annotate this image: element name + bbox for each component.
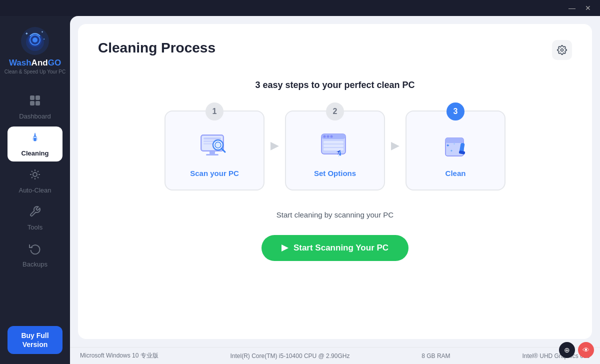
sidebar-item-cleaning[interactable]: Cleaning — [8, 126, 62, 162]
svg-text:✦: ✦ — [446, 143, 450, 148]
status-bar: Microsoft Windows 10 专业版 Intel(R) Core(T… — [70, 347, 600, 364]
step-arrow-1: ▶ — [270, 139, 279, 152]
svg-point-23 — [215, 142, 221, 148]
sidebar-item-backups-label: Backups — [22, 260, 48, 268]
svg-text:✦: ✦ — [25, 32, 28, 36]
backups-icon — [29, 242, 41, 258]
cleaning-icon — [29, 132, 41, 146]
nav-items: Dashboard Cleaning Auto-Cl — [0, 90, 70, 326]
step-2-number: 2 — [326, 102, 344, 120]
bottom-overlay-icons: ⊕ 👁 — [559, 342, 594, 358]
status-cpu: Intel(R) Core(TM) i5-10400 CPU @ 2.90GHz — [230, 352, 350, 360]
sidebar-item-cleaning-label: Cleaning — [22, 150, 49, 157]
step-1-number: 1 — [206, 102, 224, 120]
logo-area: ✦ ✦ ✦ WashAndGO Clean & Speed Up Your PC — [4, 26, 66, 74]
svg-rect-8 — [30, 96, 34, 100]
svg-rect-17 — [204, 138, 221, 140]
step-2-card: 2 Set Options — [285, 110, 385, 190]
title-bar: — ✕ — [0, 0, 600, 16]
svg-rect-19 — [204, 143, 214, 144]
main-content: Cleaning Process 3 easy steps to your pe… — [70, 16, 600, 364]
ram-label: 8 GB RAM — [422, 352, 450, 360]
cpu-label: Intel(R) Core(TM) i5-10400 CPU @ 2.90GHz — [230, 352, 350, 360]
svg-rect-21 — [206, 154, 218, 156]
overlay-icon-2[interactable]: 👁 — [578, 342, 594, 358]
autoclean-icon — [29, 168, 41, 184]
steps-subtitle: 3 easy steps to your perfect clean PC — [98, 80, 572, 90]
sidebar-item-dashboard-label: Dashboard — [19, 112, 51, 120]
svg-rect-11 — [36, 101, 40, 106]
scan-button-label: Start Scanning Your PC — [294, 243, 388, 253]
svg-point-28 — [327, 135, 330, 138]
dashboard-icon — [29, 94, 41, 110]
sidebar-item-tools-label: Tools — [28, 224, 42, 231]
page-title: Cleaning Process — [98, 40, 216, 56]
app-logo-icon: ✦ ✦ ✦ — [20, 26, 50, 56]
os-label: Microsoft Windows 10 专业版 — [80, 352, 158, 360]
tools-icon — [29, 206, 41, 220]
close-button[interactable]: ✕ — [580, 0, 596, 16]
sidebar-item-autoclean-label: Auto-Clean — [18, 186, 51, 194]
step-description: Start cleaning by scanning your PC — [98, 210, 572, 219]
logo-subtitle: Clean & Speed Up Your PC — [4, 69, 66, 74]
step-1-label: Scan your PC — [190, 169, 239, 178]
status-os: Microsoft Windows 10 专业版 — [80, 352, 158, 360]
status-ram: 8 GB RAM — [422, 352, 450, 360]
clean-icon: ✦ ✦ ✦ — [438, 129, 473, 164]
step-3-card: 3 ✦ ✦ ✦ Clean — [406, 110, 506, 190]
svg-point-29 — [330, 135, 333, 138]
steps-container: 1 Scan your PC — [98, 110, 572, 190]
svg-point-27 — [324, 135, 326, 138]
buy-full-version-button[interactable]: Buy FullVersion — [8, 326, 62, 354]
svg-text:✦: ✦ — [453, 142, 456, 146]
svg-rect-30 — [324, 141, 344, 144]
card-header: Cleaning Process — [98, 40, 572, 60]
play-icon — [282, 244, 288, 252]
svg-point-4 — [32, 38, 38, 42]
overlay-icon-1[interactable]: ⊕ — [559, 342, 575, 358]
svg-rect-20 — [210, 151, 215, 154]
svg-point-14 — [561, 49, 564, 52]
content-card: Cleaning Process 3 easy steps to your pe… — [78, 24, 592, 339]
settings-button[interactable] — [552, 40, 572, 60]
svg-text:✦: ✦ — [41, 30, 44, 34]
svg-point-13 — [33, 172, 37, 176]
scan-pc-icon — [197, 129, 232, 164]
svg-rect-31 — [324, 144, 344, 147]
set-options-icon — [318, 129, 352, 164]
sidebar: ✦ ✦ ✦ WashAndGO Clean & Speed Up Your PC… — [0, 16, 70, 364]
sidebar-item-autoclean[interactable]: Auto-Clean — [8, 164, 62, 198]
logo-title: WashAndGO — [9, 58, 61, 68]
sidebar-item-backups[interactable]: Backups — [8, 238, 62, 272]
sidebar-item-tools[interactable]: Tools — [8, 200, 62, 236]
step-2-label: Set Options — [314, 169, 356, 178]
svg-text:✦: ✦ — [450, 149, 453, 152]
svg-rect-9 — [36, 96, 40, 100]
step-3-label: Clean — [446, 169, 466, 178]
step-3-number: 3 — [446, 102, 464, 120]
svg-rect-10 — [30, 101, 34, 106]
minimize-button[interactable]: — — [564, 0, 580, 16]
step-1-card: 1 Scan your PC — [164, 110, 264, 190]
step-arrow-2: ▶ — [391, 139, 400, 152]
sidebar-item-dashboard[interactable]: Dashboard — [8, 90, 62, 124]
svg-text:✦: ✦ — [43, 38, 45, 40]
start-scanning-button[interactable]: Start Scanning Your PC — [262, 235, 408, 261]
